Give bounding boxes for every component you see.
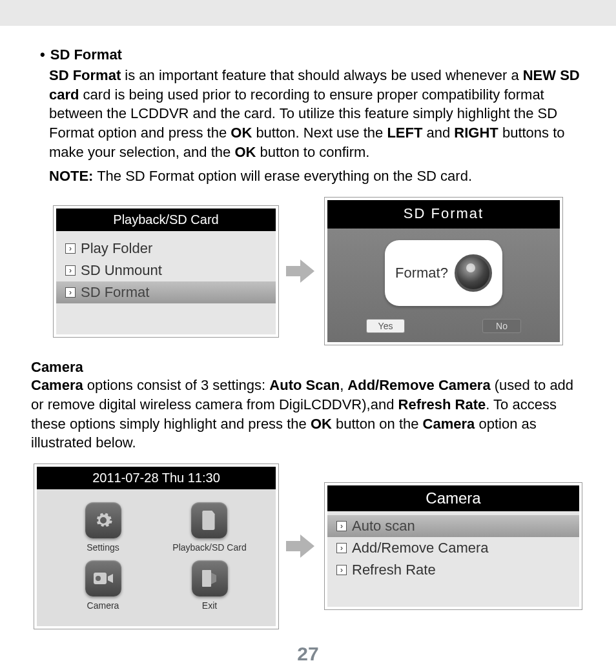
format-prompt-bubble: Format? <box>385 240 502 306</box>
right-bold: RIGHT <box>454 125 498 141</box>
tile-label: Settings <box>87 542 119 553</box>
page-top-strip <box>0 0 616 26</box>
bullet-dot: • <box>40 46 45 63</box>
sd-format-dialog-figure: SD Format Format? Yes No <box>325 198 562 345</box>
sd-format-bold-1: SD Format <box>49 67 121 83</box>
menu-item-label: Play Folder <box>81 240 152 257</box>
main-menu-figure: 2011-07-28 Thu 11:30 Settings Playback/S… <box>34 464 278 629</box>
page-number: 27 <box>31 643 585 665</box>
exit-icon <box>192 560 228 596</box>
figures-row-1: Playback/SD Card › Play Folder › SD Unmo… <box>31 198 585 345</box>
menu-item-sd-format[interactable]: › SD Format <box>56 281 276 303</box>
no-button[interactable]: No <box>482 319 521 333</box>
camera-menu: Camera › Auto scan › Add/Remove Camera ›… <box>327 485 579 607</box>
camera-tile[interactable]: Camera <box>85 560 121 611</box>
ok-bold-3: OK <box>311 416 332 432</box>
tile-label: Exit <box>202 600 217 611</box>
arrow-right-icon <box>286 258 317 284</box>
ok-bold-1: OK <box>231 125 252 141</box>
note-label: NOTE: <box>49 168 93 184</box>
camera-menu-figure: Camera › Auto scan › Add/Remove Camera ›… <box>325 483 582 609</box>
sd-format-heading: • SD Format <box>31 46 585 63</box>
camera-bold-2: Camera <box>423 416 475 432</box>
menu-item-play-folder[interactable]: › Play Folder <box>56 238 276 260</box>
arrow-right-icon <box>286 533 317 559</box>
svg-point-1 <box>96 576 101 581</box>
menu-item-add-remove-camera[interactable]: › Add/Remove Camera <box>327 537 579 559</box>
camera-bold-1: Camera <box>31 377 83 393</box>
playback-menu-figure: Playback/SD Card › Play Folder › SD Unmo… <box>54 206 278 337</box>
sd-format-paragraph: SD Format is an important feature that s… <box>49 66 585 161</box>
menu-item-auto-scan[interactable]: › Auto scan <box>327 515 579 537</box>
left-bold: LEFT <box>387 125 422 141</box>
chevron-right-icon: › <box>65 265 76 276</box>
chevron-right-icon: › <box>65 243 76 254</box>
auto-scan-bold: Auto Scan <box>269 377 340 393</box>
camera-lens-icon <box>455 254 492 292</box>
menu-item-refresh-rate[interactable]: › Refresh Rate <box>327 559 579 581</box>
figures-row-2: 2011-07-28 Thu 11:30 Settings Playback/S… <box>31 464 585 629</box>
sd-format-dialog-title: SD Format <box>327 200 560 229</box>
chevron-right-icon: › <box>336 565 347 575</box>
camera-menu-title: Camera <box>327 485 579 511</box>
menu-item-sd-unmount[interactable]: › SD Unmount <box>56 260 276 281</box>
sd-card-icon <box>191 502 227 538</box>
sd-format-heading-text: SD Format <box>50 46 122 63</box>
chevron-right-icon: › <box>65 287 76 298</box>
main-menu: 2011-07-28 Thu 11:30 Settings Playback/S… <box>37 467 276 626</box>
page-content: • SD Format SD Format is an important fe… <box>0 26 616 665</box>
ok-bold-2: OK <box>234 144 256 160</box>
camera-icon <box>85 560 121 596</box>
chevron-right-icon: › <box>336 521 347 531</box>
tile-label: Playback/SD Card <box>172 542 246 553</box>
format-prompt-text: Format? <box>395 265 448 281</box>
camera-paragraph: Camera options consist of 3 settings: Au… <box>31 376 585 453</box>
svg-rect-2 <box>202 570 211 587</box>
note-text: The SD Format option will erase everythi… <box>93 168 472 184</box>
menu-item-label: Auto scan <box>352 518 415 535</box>
exit-tile[interactable]: Exit <box>192 560 228 611</box>
refresh-rate-bold: Refresh Rate <box>398 396 486 412</box>
playback-menu-title: Playback/SD Card <box>56 209 276 231</box>
playback-tile[interactable]: Playback/SD Card <box>172 502 246 553</box>
sd-format-note: NOTE: The SD Format option will erase ev… <box>49 167 585 186</box>
gear-icon <box>85 502 121 538</box>
add-remove-camera-bold: Add/Remove Camera <box>347 377 490 393</box>
settings-tile[interactable]: Settings <box>85 502 121 553</box>
chevron-right-icon: › <box>336 543 347 553</box>
playback-menu: Playback/SD Card › Play Folder › SD Unmo… <box>56 209 276 334</box>
sd-format-dialog: SD Format Format? Yes No <box>327 200 560 342</box>
menu-item-label: Add/Remove Camera <box>352 540 489 556</box>
camera-heading: Camera <box>31 359 585 376</box>
tile-label: Camera <box>87 600 119 611</box>
main-menu-title: 2011-07-28 Thu 11:30 <box>37 467 276 489</box>
menu-item-label: Refresh Rate <box>352 562 436 578</box>
menu-item-label: SD Format <box>81 284 149 301</box>
menu-item-label: SD Unmount <box>81 262 162 279</box>
yes-button[interactable]: Yes <box>366 319 405 333</box>
